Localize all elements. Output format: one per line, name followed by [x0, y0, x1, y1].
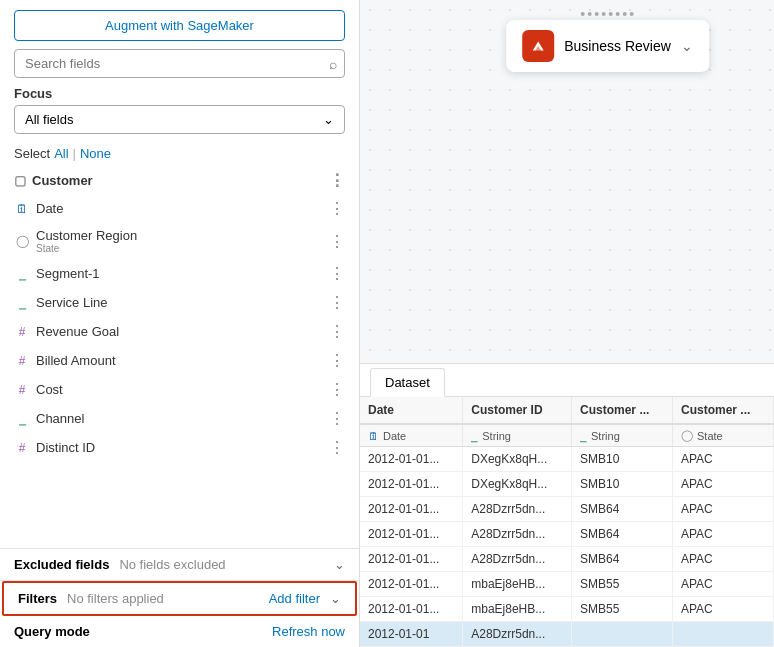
field-name-cost: Cost: [36, 382, 323, 397]
add-filter-link[interactable]: Add filter: [269, 591, 320, 606]
select-row: Select All | None: [0, 142, 359, 167]
field-item-revenue-goal[interactable]: # Revenue Goal ⋮: [0, 317, 359, 346]
cell: APAC: [673, 472, 774, 497]
col-type-row: 🗓 Date ⎯ String ⎯ String ◯ State: [360, 424, 774, 447]
cell: 2012-01-01...: [360, 497, 463, 522]
geo-icon: ◯: [14, 234, 30, 248]
cell: [572, 622, 673, 647]
field-name-service-line: Service Line: [36, 295, 323, 310]
search-icon: ⌕: [329, 56, 337, 72]
cell: APAC: [673, 447, 774, 472]
type-date: 🗓 Date: [360, 424, 463, 447]
cell: SMB10: [572, 447, 673, 472]
aws-quicksight-icon: [522, 30, 554, 62]
field-name-distinct-id: Distinct ID: [36, 440, 323, 455]
cell: DXegKx8qH...: [463, 472, 572, 497]
filters-label: Filters: [18, 591, 57, 606]
search-input[interactable]: [14, 49, 345, 78]
excluded-label: Excluded fields: [14, 557, 109, 572]
table-row: 2012-01-01... A28Dzrr5dn... SMB64 APAC: [360, 547, 774, 572]
field-name-segment1: Segment-1: [36, 266, 323, 281]
field-item-segment1[interactable]: ⎯ Segment-1 ⋮: [0, 259, 359, 288]
augment-sagemaker-button[interactable]: Augment with SageMaker: [14, 10, 345, 41]
cell: SMB64: [572, 522, 673, 547]
field-name-customer-region: Customer Region State: [36, 228, 323, 254]
string-icon: ⎯: [14, 267, 30, 281]
field-menu-icon[interactable]: ⋮: [329, 232, 345, 251]
cell: 2012-01-01...: [360, 547, 463, 572]
table-row: 2012-01-01... A28Dzrr5dn... SMB64 APAC: [360, 497, 774, 522]
select-none-link[interactable]: None: [80, 146, 111, 161]
query-mode-label: Query mode: [14, 624, 90, 639]
col-header-customer-id: Customer ID: [463, 397, 572, 424]
cell: 2012-01-01...: [360, 472, 463, 497]
right-panel: Business Review ⌄ Dataset Date Customer …: [360, 0, 774, 647]
cell: A28Dzrr5dn...: [463, 497, 572, 522]
cell: SMB64: [572, 547, 673, 572]
date-icon: 🗓: [14, 202, 30, 216]
field-menu-icon[interactable]: ⋮: [329, 264, 345, 283]
query-mode-row: Query mode Refresh now: [0, 616, 359, 647]
field-item-date[interactable]: 🗓 Date ⋮: [0, 194, 359, 223]
field-item-customer-region[interactable]: ◯ Customer Region State ⋮: [0, 223, 359, 259]
num-icon: #: [14, 441, 30, 455]
cell: APAC: [673, 522, 774, 547]
field-menu-icon[interactable]: ⋮: [329, 199, 345, 218]
chevron-down-icon: ⌄: [323, 112, 334, 127]
field-menu-icon[interactable]: ⋮: [329, 438, 345, 457]
field-menu-icon[interactable]: ⋮: [329, 322, 345, 341]
cell: SMB55: [572, 597, 673, 622]
field-item-service-line[interactable]: ⎯ Service Line ⋮: [0, 288, 359, 317]
col-header-customer2: Customer ...: [572, 397, 673, 424]
focus-label: Focus: [0, 86, 359, 105]
cell: APAC: [673, 572, 774, 597]
table-row: 2012-01-01... DXegKx8qH... SMB10 APAC: [360, 447, 774, 472]
excluded-fields-row[interactable]: Excluded fields No fields excluded ⌄: [0, 549, 359, 581]
cell: APAC: [673, 597, 774, 622]
table-row: 2012-01-01... A28Dzrr5dn... SMB64 APAC: [360, 522, 774, 547]
refresh-now-link[interactable]: Refresh now: [272, 624, 345, 639]
group-menu-icon[interactable]: ⋮: [329, 171, 345, 190]
table-row: 2012-01-01 A28Dzrr5dn...: [360, 622, 774, 647]
cell: 2012-01-01: [360, 622, 463, 647]
field-item-cost[interactable]: # Cost ⋮: [0, 375, 359, 404]
business-review-card[interactable]: Business Review ⌄: [506, 20, 709, 72]
table-row: 2012-01-01... DXegKx8qH... SMB10 APAC: [360, 472, 774, 497]
filters-value: No filters applied: [67, 591, 164, 606]
left-panel: Augment with SageMaker ⌕ Focus All field…: [0, 0, 360, 647]
field-menu-icon[interactable]: ⋮: [329, 409, 345, 428]
dataset-tab-bar: Dataset: [360, 364, 774, 397]
field-item-channel[interactable]: ⎯ Channel ⋮: [0, 404, 359, 433]
field-menu-icon[interactable]: ⋮: [329, 380, 345, 399]
cell: mbaEj8eHB...: [463, 572, 572, 597]
table-row: 2012-01-01... mbaEj8eHB... SMB55 APAC: [360, 572, 774, 597]
field-name-date: Date: [36, 201, 323, 216]
canvas-area: Business Review ⌄: [360, 0, 774, 363]
focus-dropdown[interactable]: All fields ⌄: [14, 105, 345, 134]
focus-value: All fields: [25, 112, 73, 127]
dataset-tab[interactable]: Dataset: [370, 368, 445, 397]
cell: SMB10: [572, 472, 673, 497]
group-customer-label: Customer: [32, 173, 93, 188]
cell: APAC: [673, 497, 774, 522]
field-menu-icon[interactable]: ⋮: [329, 293, 345, 312]
field-name-channel: Channel: [36, 411, 323, 426]
separator: |: [73, 146, 76, 161]
table-row-selected: 2012-01-01... mbaEj8eHB... SMB55 APAC: [360, 597, 774, 622]
col-header-date: Date: [360, 397, 463, 424]
folder-icon: ▢: [14, 173, 26, 188]
type-string1: ⎯ String: [463, 424, 572, 447]
field-item-distinct-id[interactable]: # Distinct ID ⋮: [0, 433, 359, 462]
dataset-section: Dataset Date Customer ID Customer ... Cu…: [360, 363, 774, 647]
col-header-customer3: Customer ...: [673, 397, 774, 424]
field-menu-icon[interactable]: ⋮: [329, 351, 345, 370]
field-list: ▢ Customer ⋮ 🗓 Date ⋮ ◯ Customer Region …: [0, 167, 359, 548]
bottom-section: Excluded fields No fields excluded ⌄ Fil…: [0, 548, 359, 647]
field-item-billed-amount[interactable]: # Billed Amount ⋮: [0, 346, 359, 375]
cell: A28Dzrr5dn...: [463, 547, 572, 572]
select-all-link[interactable]: All: [54, 146, 68, 161]
cell: A28Dzrr5dn...: [463, 522, 572, 547]
excluded-value: No fields excluded: [119, 557, 225, 572]
card-title: Business Review: [564, 38, 671, 54]
dataset-table: Date Customer ID Customer ... Customer .…: [360, 397, 774, 647]
